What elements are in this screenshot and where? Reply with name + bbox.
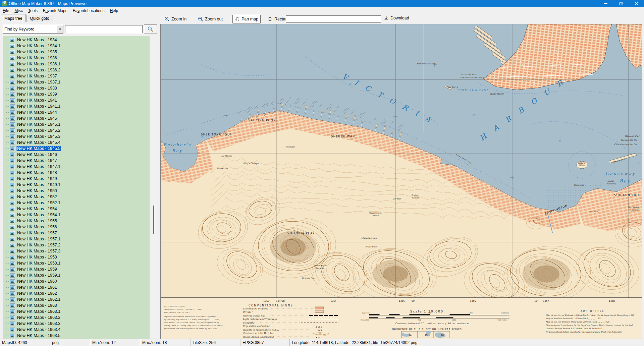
menu-item[interactable]: Tools xyxy=(25,7,40,14)
depth-number: 10 xyxy=(472,114,475,117)
tree-item-label: New HK Maps - 1945.2 xyxy=(16,128,61,133)
map-thumbnail-icon xyxy=(10,309,15,314)
label-holts-wharf: Holt's Wharf xyxy=(490,93,504,95)
map-thumbnail-icon xyxy=(10,219,15,223)
tree-item[interactable]: New HK Maps - 1949.1 xyxy=(3,182,150,188)
tree-item-label: New HK Maps - 1962.1 xyxy=(16,297,61,302)
restore-button[interactable] xyxy=(613,0,629,7)
tree-item[interactable]: New HK Maps - 1962 xyxy=(3,290,150,296)
menu-item[interactable]: Help xyxy=(107,7,121,14)
tree-item[interactable]: New HK Maps - 1934.1 xyxy=(3,43,150,49)
tree-item[interactable]: New HK Maps - 1957.1 xyxy=(3,236,150,242)
tree-item[interactable]: New HK Maps - 1957.3 xyxy=(3,248,150,254)
map-thumbnail-icon xyxy=(10,153,15,157)
tree-item[interactable]: New HK Maps - 1949 xyxy=(3,176,150,182)
tree-item[interactable]: New HK Maps - 1952.1 xyxy=(3,200,150,206)
label-watsons-pier: Watson's Pier xyxy=(625,135,640,137)
tree-item[interactable]: New HK Maps - 1947 xyxy=(3,158,150,164)
tree-connector xyxy=(5,308,9,314)
svg-text:1355: 1355 xyxy=(399,300,405,302)
minimize-button[interactable] xyxy=(598,0,613,7)
tree-item-label: New HK Maps - 1963.3 xyxy=(16,321,61,326)
tree-item[interactable]: New HK Maps - 1945.3 xyxy=(3,133,150,139)
tree-item-label: New HK Maps - 1936.1 xyxy=(16,62,61,67)
menu-item[interactable]: Misc xyxy=(12,7,25,14)
svg-text:AMS Revision (AMS 2), 1945.: AMS Revision (AMS 2), 1945. xyxy=(164,311,190,313)
tree-item[interactable]: New HK Maps - 1941 xyxy=(3,97,150,103)
tree-item[interactable]: New HK Maps - 1946 xyxy=(3,152,150,158)
tree-item[interactable]: New HK Maps - 1936 xyxy=(3,55,150,61)
tree-item[interactable]: New HK Maps - 1935 xyxy=(3,49,150,55)
tree-item[interactable]: New HK Maps - 1957.2 xyxy=(3,242,150,248)
zoom-in-button[interactable]: Zoom in xyxy=(162,15,189,23)
tree-item-label: New HK Maps - 1959 xyxy=(16,267,58,272)
download-path-input[interactable] xyxy=(286,15,381,23)
tree-item[interactable]: New HK Maps - 1937.1 xyxy=(3,79,150,85)
close-button[interactable] xyxy=(629,0,644,7)
tree-item[interactable]: New HK Maps - 1945.2 xyxy=(3,127,150,133)
svg-text:16: 16 xyxy=(441,334,444,337)
tree-item[interactable]: New HK Maps - 1945 xyxy=(3,115,150,121)
tab-maps-tree[interactable]: Maps tree xyxy=(1,14,26,22)
menu-item[interactable]: FavoriteLocations xyxy=(70,7,107,14)
tree-item[interactable]: New HK Maps - 1963 xyxy=(3,302,150,308)
tree-connector xyxy=(5,133,9,139)
tree-item[interactable]: New HK Maps - 1945.5 xyxy=(3,146,150,152)
tree-item[interactable]: New HK Maps - 1936.2 xyxy=(3,67,150,73)
tree-connector xyxy=(5,278,9,284)
menu-item[interactable]: FavoriteMaps xyxy=(40,7,70,14)
tab-quick-goto[interactable]: Quick goto xyxy=(26,15,53,22)
tree-item[interactable]: New HK Maps - 1958.1 xyxy=(3,260,150,266)
tree-item[interactable]: New HK Maps - 1950 xyxy=(3,188,150,194)
tree-connector xyxy=(5,115,9,121)
tree-item[interactable]: New HK Maps - 1952 xyxy=(3,194,150,200)
tree-item[interactable]: New HK Maps - 1944 xyxy=(3,109,150,115)
tree-item[interactable]: New HK Maps - 1958 xyxy=(3,254,150,260)
tree-item[interactable]: New HK Maps - 1948 xyxy=(3,170,150,176)
map-thumbnail-icon xyxy=(10,110,15,115)
combo-dropdown-button[interactable] xyxy=(57,25,63,33)
tree-item[interactable]: New HK Maps - 1962.1 xyxy=(3,296,150,302)
tree-item[interactable]: New HK Maps - 1955 xyxy=(3,218,150,224)
tree-item[interactable]: New HK Maps - 1937 xyxy=(3,73,150,79)
tree-item[interactable]: New HK Maps - 1938 xyxy=(3,85,150,91)
tree-item[interactable]: New HK Maps - 1956 xyxy=(3,224,150,230)
tree-item[interactable]: New HK Maps - 1945.1 xyxy=(3,121,150,127)
tree-item[interactable]: New HK Maps - 1934 xyxy=(3,37,150,43)
tree-connector xyxy=(5,236,9,242)
tree-item-label: New HK Maps - 1963.2 xyxy=(16,315,61,320)
tree-item[interactable]: New HK Maps - 1936.1 xyxy=(3,61,150,67)
tree-item[interactable]: New HK Maps - 1963.4 xyxy=(3,327,150,333)
find-mode-select[interactable]: Find by Keyword xyxy=(3,25,63,34)
menu-item[interactable]: File xyxy=(0,7,12,14)
tree-item[interactable]: New HK Maps - 1947.1 xyxy=(3,164,150,170)
tree-item[interactable]: New HK Maps - 1963.1 xyxy=(3,308,150,314)
tree-item-label: New HK Maps - 1937.1 xyxy=(16,80,61,85)
tree-scrollbar-thumb[interactable] xyxy=(153,206,154,234)
tree-connector xyxy=(5,200,9,206)
tree-item[interactable]: New HK Maps - 1963.3 xyxy=(3,321,150,327)
tree-item[interactable]: New HK Maps - 1959.1 xyxy=(3,272,150,278)
download-button[interactable]: Download xyxy=(382,14,411,22)
tree-item[interactable]: New HK Maps - 1963.5 xyxy=(3,333,150,339)
tree-item[interactable]: New HK Maps - 1945.4 xyxy=(3,139,150,146)
tree-item[interactable]: New HK Maps - 1959 xyxy=(3,266,150,272)
svg-text:114°08': 114°08' xyxy=(276,300,285,302)
pan-map-button[interactable]: Pan map xyxy=(232,15,261,23)
tree-item[interactable]: New HK Maps - 1961 xyxy=(3,284,150,290)
tree-item[interactable]: New HK Maps - 1960 xyxy=(3,278,150,284)
tree-item[interactable]: New HK Maps - 1941.1 xyxy=(3,103,150,109)
search-input[interactable] xyxy=(65,25,142,33)
status-cell: EPSG:3857 xyxy=(240,339,290,346)
tree-scrollbar[interactable] xyxy=(151,36,157,338)
zoom-out-button[interactable]: Zoom out xyxy=(196,15,225,23)
map-thumbnail-icon xyxy=(10,122,15,127)
map-viewport[interactable]: VICTORIA HARBOUR Kowloon Wharves TSIM SH… xyxy=(160,24,642,339)
tree-item[interactable]: New HK Maps - 1939 xyxy=(3,91,150,97)
search-button[interactable] xyxy=(144,24,157,34)
tree-item[interactable]: New HK Maps - 1954 xyxy=(3,206,150,212)
tree-item[interactable]: New HK Maps - 1957 xyxy=(3,230,150,236)
tree-item[interactable]: New HK Maps - 1963.2 xyxy=(3,314,150,321)
tree-item[interactable]: New HK Maps - 1954.1 xyxy=(3,212,150,218)
tree-connector xyxy=(5,260,9,266)
